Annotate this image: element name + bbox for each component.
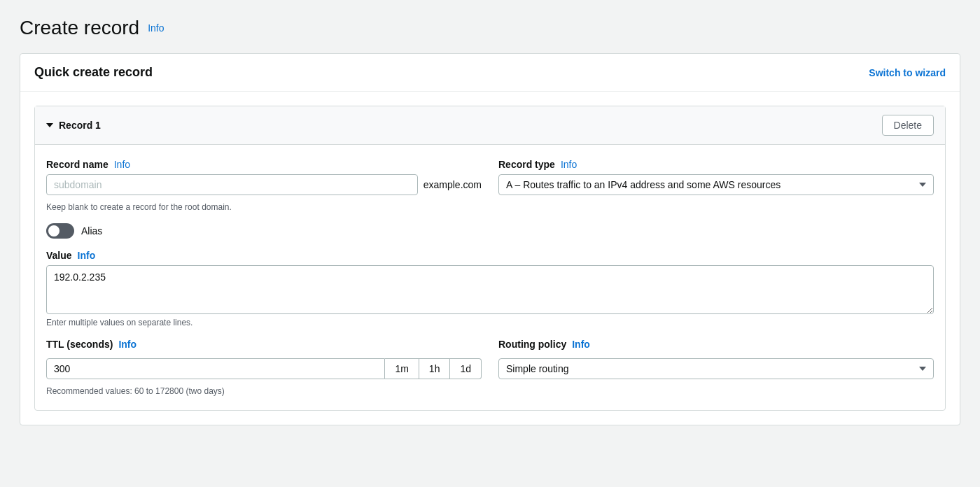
alias-toggle[interactable] xyxy=(46,223,74,239)
record-name-label-text: Record name xyxy=(46,159,108,170)
record-name-label: Record name Info xyxy=(46,159,482,170)
card-title: Quick create record xyxy=(34,65,153,80)
value-help-text: Enter multiple values on separate lines. xyxy=(46,318,192,327)
value-info-link[interactable]: Info xyxy=(78,250,96,261)
record-type-select[interactable]: A – Routes traffic to an IPv4 address an… xyxy=(498,174,934,195)
record-name-input-row: example.com xyxy=(46,174,482,195)
card-header: Quick create record Switch to wizard xyxy=(20,54,960,92)
routing-policy-select[interactable]: Simple routing Weighted Latency Failover… xyxy=(498,358,934,379)
alias-label: Alias xyxy=(81,225,102,237)
chevron-down-icon xyxy=(46,123,53,127)
routing-policy-label: Routing policy Info xyxy=(498,339,934,350)
record-name-info-link[interactable]: Info xyxy=(114,159,130,170)
ttl-routing-row: TTL (seconds) Info 300 1m 1h 1d Recommen… xyxy=(46,339,934,396)
card-body: Record 1 Delete Record name Info xyxy=(20,92,960,425)
ttl-input-group: 300 1m 1h 1d xyxy=(46,358,482,379)
delete-button[interactable]: Delete xyxy=(882,115,934,136)
record-type-label: Record type Info xyxy=(498,159,934,170)
record-type-field-group: Record type Info A – Routes traffic to a… xyxy=(498,159,934,212)
record-name-field-group: Record name Info example.com Keep blank … xyxy=(46,159,482,212)
ttl-info-link[interactable]: Info xyxy=(118,339,136,350)
page-title: Create record xyxy=(20,17,139,39)
value-label-text: Value xyxy=(46,250,72,261)
record-section-title-text: Record 1 xyxy=(59,120,101,131)
page-container: Create record Info Quick create record S… xyxy=(0,0,980,442)
ttl-field-group: TTL (seconds) Info 300 1m 1h 1d Recommen… xyxy=(46,339,482,396)
page-header: Create record Info xyxy=(20,17,960,39)
routing-policy-field-group: Routing policy Info Simple routing Weigh… xyxy=(498,339,934,396)
value-textarea[interactable]: 192.0.2.235 xyxy=(46,265,934,314)
record-fields: Record name Info example.com Keep blank … xyxy=(35,145,945,410)
switch-to-wizard-link[interactable]: Switch to wizard xyxy=(869,67,946,78)
quick-create-card: Quick create record Switch to wizard Rec… xyxy=(20,53,960,425)
routing-policy-info-link[interactable]: Info xyxy=(572,339,590,350)
ttl-input[interactable]: 300 xyxy=(46,358,385,379)
domain-suffix: example.com xyxy=(424,179,482,190)
ttl-1h-button[interactable]: 1h xyxy=(419,358,451,379)
toggle-slider xyxy=(46,223,74,239)
record-type-info-link[interactable]: Info xyxy=(561,159,577,170)
record-type-label-text: Record type xyxy=(498,159,555,170)
record-name-help-text: Keep blank to create a record for the ro… xyxy=(46,202,482,212)
record-section: Record 1 Delete Record name Info xyxy=(34,106,946,411)
value-section: Value Info 192.0.2.235 Enter multiple va… xyxy=(46,250,934,327)
page-info-link[interactable]: Info xyxy=(148,22,164,34)
ttl-label: TTL (seconds) Info xyxy=(46,339,482,350)
ttl-1m-button[interactable]: 1m xyxy=(385,358,419,379)
ttl-help-text: Recommended values: 60 to 172800 (two da… xyxy=(46,386,482,396)
ttl-1d-button[interactable]: 1d xyxy=(450,358,482,379)
top-fields-row: Record name Info example.com Keep blank … xyxy=(46,159,934,212)
ttl-label-text: TTL (seconds) xyxy=(46,339,113,350)
routing-policy-label-text: Routing policy xyxy=(498,339,566,350)
record-name-input[interactable] xyxy=(46,174,418,195)
record-section-title: Record 1 xyxy=(46,120,101,131)
alias-row: Alias xyxy=(46,223,934,239)
record-section-header: Record 1 Delete xyxy=(35,106,945,145)
value-label: Value Info xyxy=(46,250,934,261)
